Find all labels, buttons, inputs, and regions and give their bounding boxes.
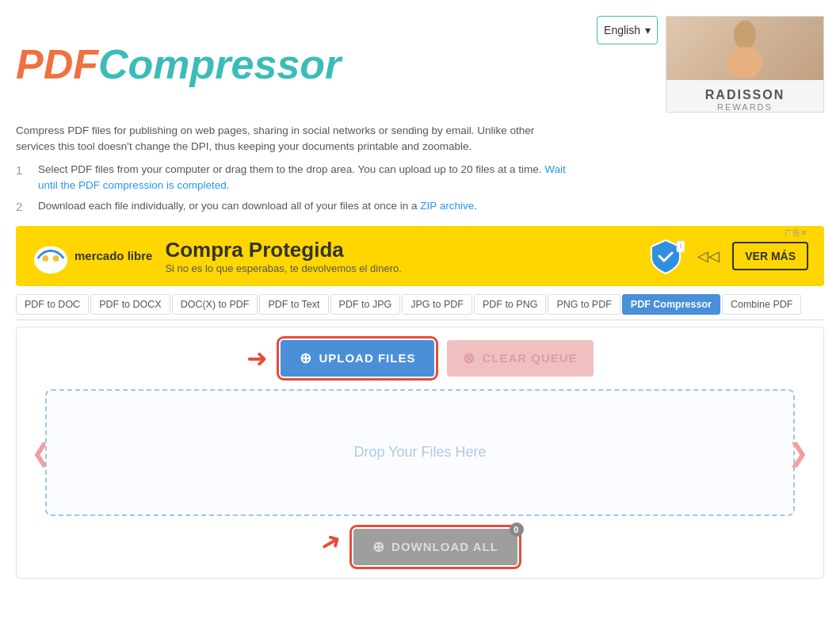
tabs: PDF to DOCPDF to DOCXDOC(X) to PDFPDF to… (16, 294, 824, 320)
svg-point-4 (53, 255, 59, 262)
mercado-main: Compra Protegida Si no es lo que esperab… (152, 238, 647, 274)
drop-zone-wrapper: ❮ Drop Your Files Here ❯ (29, 389, 811, 516)
step-2-num: 2 (16, 198, 29, 216)
svg-point-1 (727, 47, 762, 78)
tool-buttons: ➜ ⊕ UPLOAD FILES ⊗ CLEAR QUEUE (29, 340, 811, 377)
mercado-icon (32, 237, 70, 275)
download-arrow: ➜ (315, 526, 351, 568)
tab-pdf-compressor[interactable]: PDF Compressor (622, 294, 720, 315)
step-2-text: Download each file individually, or you … (38, 198, 477, 216)
nav-arrow-right[interactable]: ❯ (788, 438, 809, 468)
drop-zone[interactable]: Drop Your Files Here (45, 389, 795, 516)
logo: PDF Compressor (16, 44, 341, 85)
download-icon: ⊕ (372, 538, 385, 556)
tab-pdf-to-jpg[interactable]: PDF to JPG (330, 294, 401, 315)
download-area: ➜ ⊕ DOWNLOAD ALL 0 (29, 529, 811, 565)
mercado-right: ◁◁ VER MÁS (647, 237, 808, 275)
mercado-subtext: Si no es lo que esperabas, te devolvemos… (165, 262, 647, 274)
header-right: English ▾ 广告✕ RADISSON REWARDS (597, 16, 824, 113)
clear-icon: ⊗ (463, 350, 475, 367)
svg-point-0 (734, 21, 756, 49)
ad-label-bottom[interactable]: 广告✕ (785, 228, 807, 239)
steps: 1 Select PDF files from your computer or… (16, 162, 571, 216)
ad-label-right[interactable]: 广告✕ (800, 18, 822, 29)
language-selector[interactable]: English ▾ (597, 16, 658, 44)
chevron-down-icon: ▾ (645, 24, 651, 36)
logo-pdf: PDF (16, 44, 98, 85)
step-1-num: 1 (16, 162, 29, 194)
download-badge: 0 (510, 522, 524, 537)
tab-docx-to-pdf[interactable]: DOC(X) to PDF (172, 294, 258, 315)
tab-pdf-to-png[interactable]: PDF to PNG (474, 294, 546, 315)
mercado-logo: mercado libre (32, 237, 152, 275)
tab-pdf-to-docx[interactable]: PDF to DOCX (90, 294, 170, 315)
tab-pdf-to-doc[interactable]: PDF to DOC (16, 294, 89, 315)
step-2: 2 Download each file individually, or yo… (16, 198, 571, 216)
tool-area: ➜ ⊕ UPLOAD FILES ⊗ CLEAR QUEUE ❮ Drop Yo… (16, 327, 824, 579)
sound-icon: ◁◁ (697, 247, 720, 265)
drop-text: Drop Your Files Here (353, 444, 486, 461)
upload-button[interactable]: ⊕ UPLOAD FILES (281, 340, 434, 377)
step-1: 1 Select PDF files from your computer or… (16, 162, 571, 194)
description-text: Compress PDF files for publishing on web… (16, 124, 534, 152)
header: PDF Compressor English ▾ 广告✕ RADISSON RE… (16, 8, 824, 117)
tab-jpg-to-pdf[interactable]: JPG to PDF (402, 294, 472, 315)
svg-point-3 (42, 255, 48, 262)
upload-arrow: ➜ (246, 346, 268, 371)
clear-button[interactable]: ⊗ CLEAR QUEUE (447, 340, 593, 377)
ad-sub: REWARDS (717, 102, 773, 112)
language-label: English (604, 24, 640, 36)
upload-icon: ⊕ (300, 350, 312, 367)
mercado-name: mercado libre (74, 249, 152, 263)
mercado-text: mercado libre (74, 249, 152, 263)
mercado-headline: Compra Protegida (165, 238, 647, 262)
clear-label: CLEAR QUEUE (482, 351, 577, 365)
download-button[interactable]: ⊕ DOWNLOAD ALL 0 (353, 529, 517, 565)
tab-combine-pdf[interactable]: Combine PDF (722, 294, 802, 315)
step-1-text: Select PDF files from your computer or d… (38, 162, 571, 194)
download-label: DOWNLOAD ALL (391, 540, 498, 553)
ad-banner-bottom: 广告✕ mercado libre Compra Protegida Si no… (16, 226, 824, 286)
tab-pdf-to-text[interactable]: PDF to Text (259, 294, 328, 315)
ad-brand: RADISSON (705, 88, 785, 102)
ad-banner-right: 广告✕ RADISSON REWARDS (666, 16, 824, 113)
logo-compressor: Compressor (98, 44, 341, 85)
ver-mas-button[interactable]: VER MÁS (732, 242, 808, 270)
upload-label: UPLOAD FILES (319, 351, 415, 365)
tab-png-to-pdf[interactable]: PNG to PDF (548, 294, 620, 315)
description: Compress PDF files for publishing on web… (16, 123, 571, 155)
shield-icon (647, 237, 685, 275)
tool-area-wrapper: ➜ ⊕ UPLOAD FILES ⊗ CLEAR QUEUE ❮ Drop Yo… (16, 327, 824, 579)
